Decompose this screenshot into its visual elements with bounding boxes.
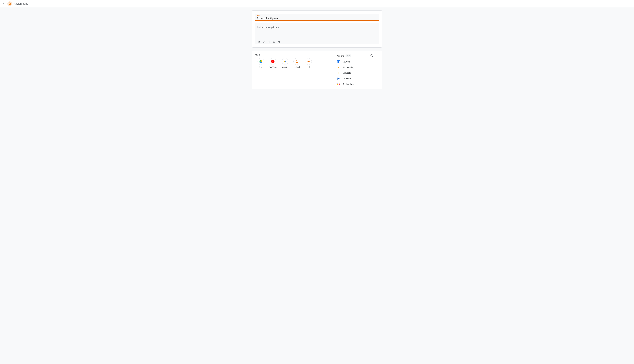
youtube-icon [271,60,275,62]
create-icon-circle [282,58,288,65]
underline-icon [268,41,270,43]
attach-drive-label: Drive [259,66,263,68]
svg-rect-20 [338,85,339,86]
svg-rect-3 [285,61,286,62]
svg-rect-16 [337,83,338,84]
bulleted-list-button[interactable] [273,40,276,44]
attach-link[interactable]: Link [305,58,312,68]
addon-wevideo[interactable]: WeVideo [337,77,379,80]
addon-newsela-label: Newsela [342,61,350,63]
italic-button[interactable] [263,40,266,44]
svg-point-12 [377,56,377,57]
info-icon [370,54,373,57]
addon-ixl-label: IXL Learning [342,66,354,68]
upload-icon-circle [293,58,300,65]
svg-rect-14 [338,60,339,63]
svg-rect-18 [337,84,338,85]
attach-upload-label: Upload [294,66,300,68]
assignment-icon [8,2,11,5]
link-icon-circle [305,58,312,65]
title-input[interactable] [257,17,377,20]
attach-addons-card: Attach Drive [252,50,382,89]
main-content: Title [250,10,384,89]
edpuzzle-icon [337,71,340,75]
close-icon [3,2,5,5]
italic-icon [263,41,265,43]
svg-rect-4 [285,62,285,62]
ixl-icon: IXL [337,66,340,69]
attach-upload[interactable]: Upload [293,58,300,68]
svg-text:IXL: IXL [337,67,339,68]
svg-point-11 [377,56,377,56]
youtube-icon-circle [270,58,276,65]
attach-heading: Attach [255,54,331,56]
assignment-icon-badge [7,2,12,6]
addon-edpuzzle-label: Edpuzzle [342,72,351,74]
beta-badge: Beta [346,54,351,57]
addons-info-button[interactable] [370,54,374,58]
attach-link-label: Link [307,66,310,68]
page-title: Assignment [14,2,28,5]
addon-edpuzzle[interactable]: Edpuzzle [337,71,379,75]
attach-options-row: Drive YouTube [255,58,331,68]
svg-rect-19 [339,84,340,85]
attach-youtube-label: YouTube [269,66,277,68]
addons-heading: Add-ons [337,55,344,57]
close-button[interactable] [2,2,6,6]
bold-icon [258,41,260,43]
addon-newsela[interactable]: Newsela [337,60,379,64]
instructions-textarea[interactable] [257,26,377,39]
format-toolbar [257,39,377,44]
more-vert-icon [376,54,378,57]
svg-rect-5 [284,61,285,62]
create-plus-icon [284,60,287,63]
instructions-field-wrapper [255,23,379,44]
addons-section: Add-ons Beta [334,51,382,89]
clear-formatting-button[interactable] [278,40,281,44]
addon-wevideo-label: WeVideo [342,78,351,80]
attach-section: Attach Drive [252,51,334,89]
attach-create[interactable]: Create [282,58,288,68]
addon-bookwidgets-label: BookWidgets [342,83,354,85]
link-icon [307,60,310,63]
title-field-wrapper: Title [255,14,379,21]
underline-button[interactable] [268,40,271,44]
clear-formatting-icon [278,41,281,43]
addons-list: Newsela IXL IXL Learning [337,60,379,86]
attach-youtube[interactable]: YouTube [269,58,277,68]
title-label: Title [257,15,377,16]
svg-point-10 [377,55,377,55]
addon-ixl[interactable]: IXL IXL Learning [337,66,379,69]
svg-rect-17 [339,83,340,84]
header-bar: Assignment [0,0,634,7]
addon-bookwidgets[interactable]: BookWidgets [337,82,379,86]
svg-rect-2 [285,60,285,61]
upload-icon [295,60,298,63]
assignment-details-card: Title [252,10,382,48]
wevideo-icon [337,77,340,80]
attach-drive[interactable]: Drive [258,58,264,68]
bookwidgets-icon [337,82,340,86]
addons-more-button[interactable] [375,54,379,58]
drive-icon-circle [258,58,264,65]
attach-create-label: Create [282,66,288,68]
bulleted-list-icon [273,41,276,43]
newsela-icon [337,60,340,64]
drive-icon [259,60,262,63]
addons-header: Add-ons Beta [337,54,379,58]
bold-button[interactable] [258,40,261,44]
